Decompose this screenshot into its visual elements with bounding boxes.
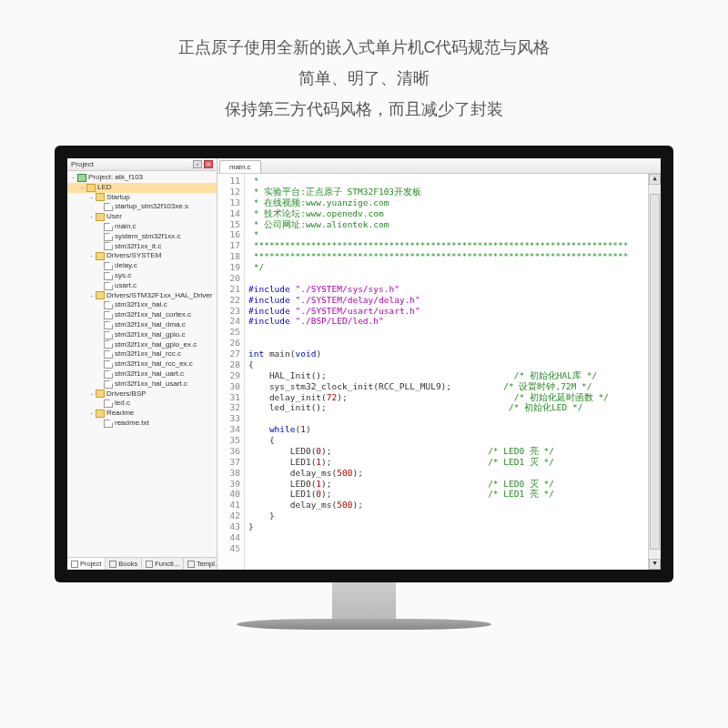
- tree-root[interactable]: Project: atk_f103: [88, 173, 143, 183]
- tree-bsp[interactable]: Drivers/BSP: [106, 389, 147, 399]
- scroll-up-icon[interactable]: ▲: [649, 174, 661, 185]
- screen-bezel: Project ▫ × -Project: atk_f103 -LED -Sta…: [55, 146, 673, 582]
- editor-tabs: main.c: [217, 158, 661, 174]
- monitor-stand-base: [237, 619, 491, 630]
- tree-file[interactable]: main.c: [115, 222, 136, 232]
- folder-icon: [96, 252, 105, 260]
- file-icon: [104, 272, 113, 280]
- folder-icon: [86, 184, 96, 192]
- file-icon: [104, 301, 113, 309]
- tree-file[interactable]: delay.c: [115, 261, 137, 271]
- file-icon: [104, 360, 113, 369]
- functions-tab-icon: [146, 561, 153, 568]
- tree-file[interactable]: startup_stm32f103xe.s: [115, 202, 188, 212]
- project-tab-icon: [71, 561, 78, 568]
- file-icon: [104, 262, 113, 270]
- tree-drv-sys[interactable]: Drivers/SYSTEM: [106, 251, 161, 261]
- tab-functions[interactable]: Functi...: [142, 558, 184, 570]
- monitor-stand-neck: [332, 582, 396, 619]
- caption-line-1: 正点原子使用全新的嵌入式单片机C代码规范与风格: [18, 32, 710, 63]
- tree-led[interactable]: LED: [97, 183, 112, 193]
- tree-file[interactable]: stm32f1xx_hal_gpio_ex.c: [115, 340, 197, 350]
- folder-icon: [96, 291, 105, 299]
- tree-startup[interactable]: Startup: [106, 193, 130, 203]
- file-icon: [104, 233, 113, 241]
- tree-file[interactable]: system_stm32f1xx.c: [115, 232, 180, 242]
- tree-file[interactable]: sys.c: [115, 271, 131, 281]
- file-icon: [104, 282, 113, 290]
- file-icon: [104, 311, 113, 319]
- ide-window: Project ▫ × -Project: atk_f103 -LED -Sta…: [67, 158, 661, 570]
- books-tab-icon: [109, 561, 116, 568]
- templates-tab-icon: [187, 561, 195, 568]
- tree-file[interactable]: stm32f1xx_hal_uart.c: [115, 369, 184, 379]
- editor-tab-main[interactable]: main.c: [219, 160, 261, 173]
- tree-user[interactable]: User: [106, 212, 122, 222]
- folder-icon: [96, 389, 105, 398]
- project-panel-header[interactable]: Project ▫ ×: [67, 158, 217, 171]
- pin-button[interactable]: ▫: [193, 160, 202, 168]
- code-editor[interactable]: 11 12 13 14 15 16 17 18 19 20 21 22 23 2…: [217, 174, 661, 570]
- tab-books[interactable]: Books: [106, 558, 142, 570]
- vertical-scrollbar[interactable]: ▲ ▼: [648, 174, 661, 570]
- code-content[interactable]: * * 实验平台:正点原子 STM32F103开发板 * 在线视频:www.yu…: [245, 174, 648, 570]
- tree-file[interactable]: stm32f1xx_hal_rcc.c: [115, 349, 181, 359]
- file-icon: [104, 340, 113, 349]
- tree-file[interactable]: stm32f1xx_hal_cortex.c: [115, 310, 191, 320]
- tree-file[interactable]: stm32f1xx_hal_gpio.c: [115, 330, 185, 340]
- editor-area: main.c 11 12 13 14 15 16 17 18 19 20 21 …: [217, 158, 661, 570]
- line-numbers: 11 12 13 14 15 16 17 18 19 20 21 22 23 2…: [217, 174, 245, 570]
- file-icon: [104, 350, 113, 359]
- close-panel-button[interactable]: ×: [204, 160, 213, 168]
- file-icon: [104, 331, 113, 339]
- file-icon: [104, 223, 113, 231]
- file-icon: [104, 399, 113, 408]
- tree-file[interactable]: led.c: [115, 399, 130, 409]
- tree-hal[interactable]: Drivers/STM32F1xx_HAL_Driver: [106, 291, 212, 301]
- tree-file[interactable]: stm32f1xx_it.c: [115, 242, 161, 252]
- file-icon: [104, 242, 113, 250]
- file-icon: [104, 370, 113, 379]
- project-panel-title: Project: [71, 160, 94, 168]
- folder-icon: [96, 193, 105, 201]
- project-tree[interactable]: -Project: atk_f103 -LED -Startup startup…: [67, 171, 217, 557]
- tree-file[interactable]: stm32f1xx_hal_rcc_ex.c: [115, 359, 193, 369]
- tab-project[interactable]: Project: [67, 558, 106, 570]
- folder-icon: [96, 213, 105, 221]
- caption-block: 正点原子使用全新的嵌入式单片机C代码规范与风格 简单、明了、清晰 保持第三方代码…: [0, 0, 728, 153]
- tree-file[interactable]: stm32f1xx_hal.c: [115, 300, 167, 310]
- tree-file[interactable]: stm32f1xx_hal_dma.c: [115, 320, 186, 330]
- file-icon: [104, 380, 113, 389]
- caption-line-2: 简单、明了、清晰: [18, 63, 710, 94]
- folder-icon: [96, 410, 105, 418]
- file-icon: [104, 203, 113, 211]
- file-icon: [104, 321, 113, 329]
- project-panel: Project ▫ × -Project: atk_f103 -LED -Sta…: [67, 158, 217, 570]
- scroll-down-icon[interactable]: ▼: [649, 559, 661, 570]
- panel-bottom-tabs: Project Books Functi... Templ...: [67, 557, 217, 570]
- file-icon: [104, 420, 113, 428]
- caption-line-3: 保持第三方代码风格，而且减少了封装: [18, 94, 710, 125]
- project-icon: [77, 174, 86, 182]
- monitor: Project ▫ × -Project: atk_f103 -LED -Sta…: [55, 146, 673, 637]
- tree-file[interactable]: readme.txt: [115, 419, 149, 429]
- tree-readme[interactable]: Readme: [106, 409, 134, 419]
- tree-file[interactable]: stm32f1xx_hal_usart.c: [115, 379, 187, 389]
- tree-file[interactable]: usart.c: [115, 281, 136, 291]
- scroll-thumb[interactable]: [650, 194, 660, 550]
